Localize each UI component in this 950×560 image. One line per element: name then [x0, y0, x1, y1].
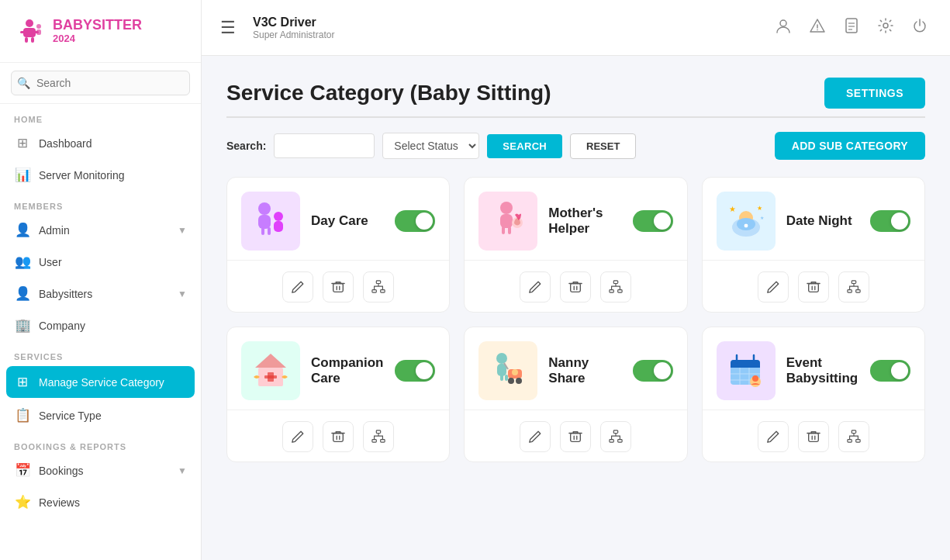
- document-icon[interactable]: [840, 14, 863, 41]
- day-care-edit-btn[interactable]: [282, 271, 313, 302]
- sidebar-item-bookings[interactable]: 📅 Bookings ▼: [0, 455, 201, 486]
- sidebar-item-user[interactable]: 👥 User: [0, 246, 201, 278]
- day-care-image: [241, 192, 300, 251]
- svg-rect-51: [333, 434, 344, 442]
- admin-icon: 👤: [14, 222, 31, 238]
- reset-button[interactable]: RESET: [570, 133, 636, 159]
- svg-rect-2: [23, 28, 36, 37]
- alert-icon[interactable]: [806, 14, 829, 41]
- svg-rect-5: [25, 37, 28, 43]
- mothers-helper-hierarchy-btn[interactable]: [600, 271, 631, 302]
- hamburger-icon[interactable]: ☰: [220, 18, 236, 38]
- card-mothers-helper-top: Mother's Helper: [465, 178, 686, 260]
- day-care-hierarchy-btn[interactable]: [363, 271, 394, 302]
- card-day-care-top: Day Care: [227, 178, 449, 260]
- search-bar: Search: Select Status Active Inactive SE…: [226, 132, 925, 160]
- sidebar-item-company[interactable]: 🏢 Company: [0, 309, 201, 341]
- svg-point-11: [817, 29, 818, 31]
- mothers-helper-toggle[interactable]: [633, 210, 673, 232]
- event-babysitting-hierarchy-btn[interactable]: [838, 421, 869, 452]
- svg-rect-43: [809, 284, 819, 292]
- nanny-share-image: [478, 341, 537, 400]
- edit-icon: [528, 430, 542, 444]
- svg-rect-3: [20, 31, 25, 33]
- driver-name: V3C Driver: [253, 16, 761, 29]
- power-icon[interactable]: [908, 14, 931, 41]
- mothers-helper-actions: [465, 267, 686, 304]
- chevron-down-icon: ▼: [178, 289, 187, 299]
- svg-rect-12: [846, 19, 857, 33]
- status-select[interactable]: Select Status Active Inactive: [382, 133, 479, 159]
- event-babysitting-edit-btn[interactable]: [758, 421, 789, 452]
- date-night-edit-btn[interactable]: [758, 271, 789, 302]
- companion-care-edit-btn[interactable]: [282, 421, 313, 452]
- svg-rect-18: [258, 215, 271, 229]
- header-divider: [226, 116, 925, 118]
- svg-rect-61: [500, 375, 503, 381]
- day-care-delete-btn[interactable]: [323, 271, 354, 302]
- card-event-babysitting: Event Babysitting: [702, 327, 925, 462]
- add-sub-category-button[interactable]: ADD SUB CATEGORY: [775, 132, 925, 160]
- sidebar-search-input[interactable]: [11, 71, 190, 95]
- sidebar-item-label: Dashboard: [39, 137, 92, 150]
- section-label-members: MEMBERS: [0, 191, 201, 214]
- search-button[interactable]: SEARCH: [487, 134, 562, 158]
- card-mothers-helper: Mother's Helper: [464, 177, 687, 313]
- date-night-toggle[interactable]: [870, 210, 910, 232]
- date-night-hierarchy-btn[interactable]: [838, 271, 869, 302]
- logo-name: BABYSITTER: [53, 18, 142, 33]
- card-event-babysitting-top: Event Babysitting: [703, 327, 924, 410]
- sidebar-item-manage-service-category[interactable]: ⊞ Manage Service Category: [6, 366, 195, 398]
- event-babysitting-delete-btn[interactable]: [798, 421, 829, 452]
- nanny-share-delete-btn[interactable]: [560, 421, 591, 452]
- svg-point-19: [274, 212, 283, 221]
- card-day-care-name: Day Care: [311, 213, 384, 229]
- event-babysitting-toggle[interactable]: [870, 360, 910, 382]
- sidebar-item-server-monitoring[interactable]: 📊 Server Monitoring: [0, 159, 201, 191]
- sidebar-item-dashboard[interactable]: ⊞ Dashboard: [0, 127, 201, 159]
- dashboard-icon: ⊞: [14, 135, 31, 151]
- search-input[interactable]: [274, 133, 375, 158]
- event-babysitting-illustration: [723, 347, 769, 394]
- edit-icon: [766, 280, 780, 294]
- nanny-share-edit-btn[interactable]: [520, 421, 551, 452]
- sidebar-item-admin[interactable]: 👤 Admin ▼: [0, 214, 201, 246]
- manage-service-icon: ⊞: [14, 374, 31, 390]
- svg-rect-23: [333, 284, 344, 292]
- day-care-toggle[interactable]: [395, 210, 435, 232]
- settings-button[interactable]: SETTINGS: [824, 78, 925, 109]
- date-night-actions: [703, 267, 924, 304]
- topbar-title-area: V3C Driver Super Administrator: [253, 16, 761, 40]
- companion-care-hierarchy-btn[interactable]: [363, 421, 394, 452]
- bookings-icon: 📅: [14, 462, 31, 479]
- event-babysitting-divider: [703, 410, 924, 410]
- nanny-share-toggle[interactable]: [633, 360, 673, 382]
- mothers-helper-delete-btn[interactable]: [560, 271, 591, 302]
- edit-icon: [766, 430, 780, 444]
- edit-icon: [291, 280, 305, 294]
- sidebar-item-babysitters[interactable]: 👤 Babysitters ▼: [0, 278, 201, 309]
- companion-care-delete-btn[interactable]: [323, 421, 354, 452]
- card-companion-care: Companion Care: [226, 327, 450, 462]
- svg-marker-47: [255, 354, 286, 368]
- date-night-delete-btn[interactable]: [798, 271, 829, 302]
- svg-rect-63: [571, 434, 581, 442]
- chevron-down-icon: ▼: [178, 225, 187, 236]
- section-label-services: SERVICES: [0, 341, 201, 365]
- gear-icon[interactable]: [874, 14, 897, 41]
- sidebar-item-label: Reviews: [39, 496, 80, 509]
- page-title: Service Category (Baby Sitting): [226, 81, 551, 105]
- mothers-helper-edit-btn[interactable]: [520, 271, 551, 302]
- nanny-share-hierarchy-btn[interactable]: [600, 421, 631, 452]
- event-babysitting-actions: [703, 417, 924, 454]
- section-label-bookings: BOOKINGS & REPORTS: [0, 431, 201, 455]
- mothers-helper-illustration: [485, 198, 531, 244]
- svg-rect-8: [36, 29, 41, 35]
- sidebar-item-reviews[interactable]: ⭐ Reviews: [0, 486, 201, 518]
- day-care-actions: [227, 267, 449, 304]
- sidebar-item-service-type[interactable]: 📋 Service Type: [0, 399, 201, 431]
- user-profile-icon[interactable]: [772, 14, 795, 41]
- svg-point-1: [26, 19, 33, 27]
- companion-care-toggle[interactable]: [395, 360, 435, 382]
- edit-icon: [528, 280, 542, 294]
